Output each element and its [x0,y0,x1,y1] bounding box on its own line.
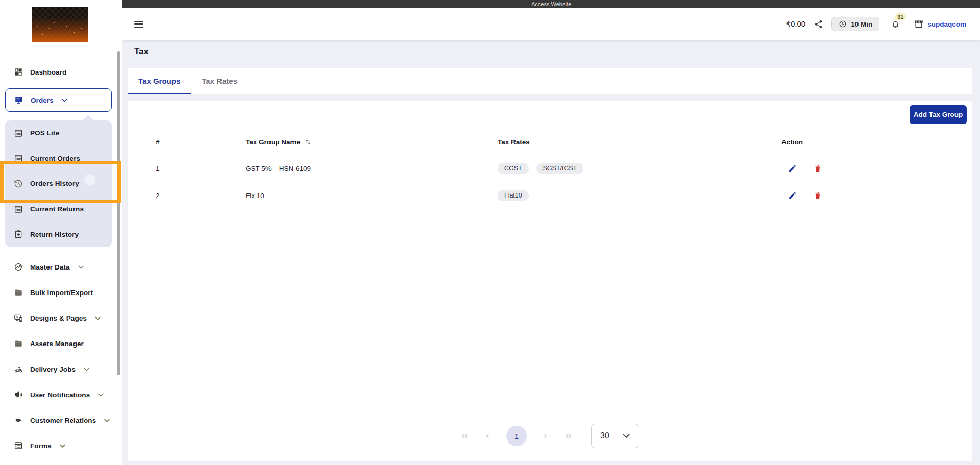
sidebar-item-current-orders[interactable]: Current Orders [5,146,112,172]
sidebar-item-orders[interactable]: Orders [5,88,112,112]
tax-groups-card: Add Tax Group # Tax Group Name Tax Rates… [128,101,972,461]
chevron-down-icon [104,419,110,422]
megaphone-icon [14,390,23,399]
access-website-link[interactable]: Access Website [531,1,571,7]
last-page-button[interactable] [564,432,573,440]
sidebar-item-label: Assets Manager [30,340,84,348]
return-history-icon [14,230,23,239]
sidebar-item-label: Forms [30,442,52,450]
sidebar-item-master-data[interactable]: Master Data [0,254,116,280]
first-page-button[interactable] [460,432,469,440]
table-row: 2 Fix 10 Flat10 [128,182,972,209]
top-toolbar: ₹0.00 10 Min 31 [122,8,980,40]
handshake-icon [14,415,23,425]
sidebar-scrollbar-thumb[interactable] [117,51,120,375]
chevron-down-icon [623,434,630,438]
previous-page-button[interactable] [484,432,491,440]
column-header-action: Action [781,138,803,146]
tab-tax-groups[interactable]: Tax Groups [128,68,191,94]
designs-pages-icon [14,313,23,323]
sidebar-item-return-history[interactable]: Return History [5,222,112,247]
store-icon [914,19,924,29]
sidebar-item-label: Master Data [30,263,70,271]
submenu-notch [83,115,94,120]
add-tax-group-button[interactable]: Add Tax Group [910,105,967,124]
chevron-down-icon [84,368,89,371]
sidebar-item-bulk-import-export[interactable]: Bulk Import/Export [0,280,116,305]
sidebar-item-label: Designs & Pages [30,314,87,322]
wallet-balance: ₹0.00 [786,19,805,29]
main-area: Access Website ₹0.00 10 Min 31 [122,0,980,465]
next-page-button[interactable] [542,432,549,440]
row-actions [788,164,822,173]
sidebar: Dashboard Orders POS Lite [0,0,122,465]
pencil-icon [788,164,797,173]
orders-icon [14,95,23,105]
sidebar-item-dashboard[interactable]: Dashboard [0,59,116,85]
row-actions [788,191,822,200]
sidebar-item-customer-relations[interactable]: Customer Relations [0,407,116,433]
tax-rate-chip: Flat10 [498,190,529,201]
access-website-bar: Access Website [122,0,980,8]
column-header-rates: Tax Rates [498,138,530,146]
sidebar-item-label: Dashboard [30,68,66,76]
content-area: Tax Tax Groups Tax Rates Add Tax Group #… [122,40,980,465]
trash-icon [814,191,822,200]
sidebar-item-forms[interactable]: Forms [0,433,116,458]
chevron-down-icon [78,265,84,269]
tax-groups-table: # Tax Group Name Tax Rates Action 1 [128,129,972,209]
session-timer-button[interactable]: 10 Min [831,17,879,31]
chevron-down-icon [62,99,67,102]
tax-tabs: Tax Groups Tax Rates [128,68,972,94]
sidebar-item-label: Customer Relations [30,417,96,424]
sidebar-item-pos-lite[interactable]: POS Lite [5,120,112,146]
pos-lite-icon [14,129,23,138]
sidebar-item-label: Delivery Jobs [30,365,76,373]
orders-submenu: POS Lite Current Orders Orders History [5,120,112,247]
tab-tax-rates[interactable]: Tax Rates [191,68,248,94]
sidebar-item-label: Return History [30,231,79,238]
tax-rates-cell: Flat10 [498,190,534,201]
chevron-down-icon [60,444,65,448]
store-switcher[interactable]: supdaqcom [914,19,966,29]
notification-count-badge: 31 [895,13,906,20]
hamburger-menu-icon[interactable] [134,21,143,28]
sort-icon[interactable] [305,139,311,145]
notifications-bell-button[interactable]: 31 [891,19,900,29]
sidebar-item-label: Orders History [30,180,79,187]
sidebar-item-designs-pages[interactable]: Designs & Pages [0,305,116,331]
sidebar-item-orders-history[interactable]: Orders History [5,171,112,197]
table-header-row: # Tax Group Name Tax Rates Action [128,129,972,155]
tax-rates-cell: CGST SGST/IGST [498,163,589,174]
trash-icon [814,164,822,173]
sidebar-item-delivery-jobs[interactable]: Delivery Jobs [0,356,116,382]
page-size-select[interactable]: 30 [591,424,639,448]
click-indicator [84,174,95,185]
row-index: 1 [156,165,160,173]
chevron-down-icon [98,393,104,397]
clock-icon [839,20,847,28]
delete-button[interactable] [814,164,822,173]
sidebar-item-label: Bulk Import/Export [30,289,93,297]
sidebar-item-label: Current Returns [30,205,84,213]
page-title: Tax [134,46,149,57]
brand-logo[interactable] [32,7,88,42]
edit-button[interactable] [788,164,797,173]
sidebar-item-assets-manager[interactable]: Assets Manager [0,331,116,356]
dashboard-icon [14,67,23,77]
delivery-scooter-icon [14,364,23,374]
sidebar-item-current-returns[interactable]: Current Returns [5,197,112,222]
tax-rate-chip: SGST/IGST [536,163,584,174]
bell-icon [891,19,900,29]
forms-icon [14,441,23,450]
edit-button[interactable] [788,191,797,200]
sidebar-item-user-notifications[interactable]: User Notifications [0,382,116,407]
share-icon[interactable] [814,19,823,29]
table-row: 1 GST 5% – HSN 6109 CGST SGST/IGST [128,155,972,182]
delete-button[interactable] [814,191,822,200]
folder-icon [14,339,23,348]
tax-rate-chip: CGST [498,163,529,174]
tax-group-name: GST 5% – HSN 6109 [246,165,311,173]
current-page-indicator[interactable]: 1 [506,426,527,446]
column-header-index: # [156,138,160,146]
